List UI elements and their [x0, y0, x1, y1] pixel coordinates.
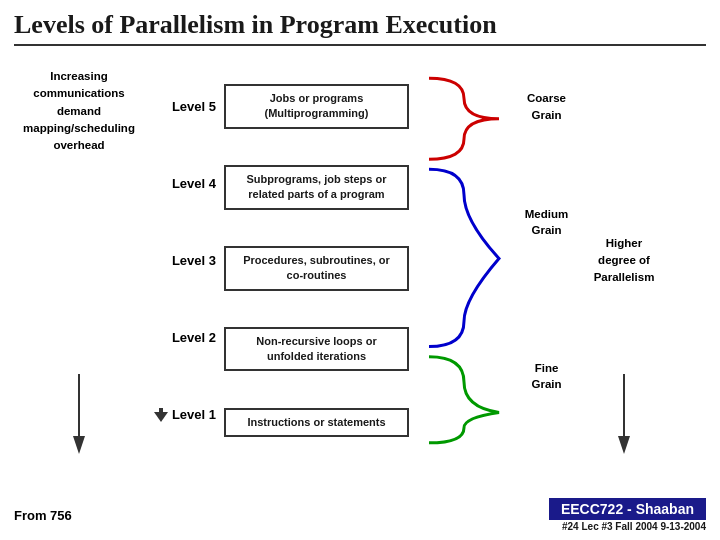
left-label-line5: overhead — [53, 139, 104, 151]
fine-grain-label: FineGrain — [509, 299, 584, 453]
eecc-sub-label: #24 Lec #3 Fall 2004 9-13-2004 — [562, 521, 706, 532]
svg-marker-5 — [618, 436, 630, 454]
main-content: Increasing communications demand mapping… — [14, 58, 706, 488]
higher-degree-label: Higher degree of Parallelism — [594, 235, 655, 287]
svg-marker-2 — [154, 412, 168, 422]
level4-label: Level 4 — [172, 176, 216, 191]
level1-label: Level 1 — [154, 407, 216, 422]
desc-level3: Procedures, subroutines, or co-routines — [224, 246, 409, 291]
descriptions-column: Jobs or programs (Multiprogramming) Subp… — [224, 58, 409, 488]
right-down-arrow-icon — [616, 374, 632, 454]
braces-svg — [409, 68, 509, 453]
from-label: From 756 — [14, 508, 72, 523]
level5-label: Level 5 — [172, 99, 216, 114]
level3-label: Level 3 — [172, 253, 216, 268]
left-label-line2: communications — [33, 87, 124, 99]
left-label-line3: demand — [57, 105, 101, 117]
down-arrow-small-icon — [154, 408, 168, 422]
page: Levels of Parallelism in Program Executi… — [0, 0, 720, 540]
footer: From 756 EECC722 - Shaaban #24 Lec #3 Fa… — [14, 498, 706, 532]
eecc-label: EECC722 - Shaaban — [549, 498, 706, 520]
desc-level1: Instructions or statements — [224, 408, 409, 437]
grain-labels-col: CoarseGrain MediumGrain FineGrain — [509, 58, 584, 488]
left-label-line4: mapping/scheduling — [23, 122, 135, 134]
desc-level4: Subprograms, job steps or related parts … — [224, 165, 409, 210]
left-label-area: Increasing communications demand mapping… — [14, 58, 144, 488]
desc-level2: Non-recursive loops or unfolded iteratio… — [224, 327, 409, 372]
level2-label: Level 2 — [172, 330, 216, 345]
eecc-section: EECC722 - Shaaban #24 Lec #3 Fall 2004 9… — [549, 498, 706, 532]
page-title: Levels of Parallelism in Program Executi… — [14, 10, 706, 46]
medium-grain-label: MediumGrain — [525, 206, 568, 238]
desc-level5: Jobs or programs (Multiprogramming) — [224, 84, 409, 129]
svg-rect-3 — [159, 408, 163, 413]
levels-column: Level 5 Level 4 Level 3 Level 2 Level 1 — [144, 58, 224, 488]
coarse-grain-label: CoarseGrain — [509, 68, 584, 145]
down-arrow-icon — [71, 374, 87, 454]
braces-area — [409, 58, 509, 488]
svg-marker-1 — [73, 436, 85, 454]
left-label-line1: Increasing — [50, 70, 108, 82]
right-col: Higher degree of Parallelism — [584, 58, 664, 488]
